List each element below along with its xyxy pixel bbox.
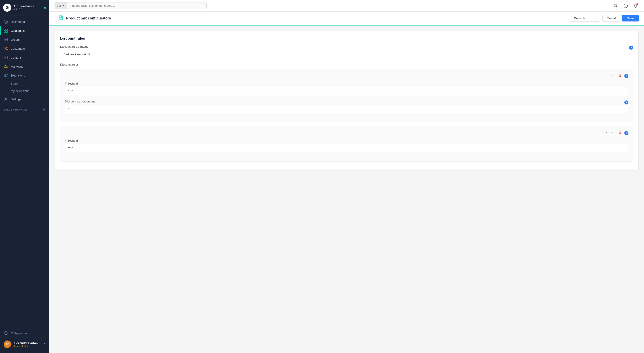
sidebar: G Administration 6.4.16.0 Dashboard Cata…: [0, 0, 49, 353]
svg-rect-19: [4, 76, 6, 77]
rule-2-expand-up-btn[interactable]: [604, 131, 609, 135]
save-button[interactable]: Save: [622, 15, 639, 22]
sidebar-item-settings[interactable]: Settings: [0, 95, 49, 104]
sidebar-item-customers[interactable]: Customers: [0, 44, 49, 53]
search-filter-button[interactable]: All ▼: [55, 3, 67, 9]
collapse-menu-item[interactable]: Collapse menu: [0, 329, 49, 337]
customers-icon: [4, 46, 8, 51]
rule-1-threshold-input[interactable]: [65, 87, 628, 95]
svg-point-11: [5, 47, 6, 49]
svg-point-24: [614, 4, 617, 7]
content-area: Discount rules Discount rule strategy ? …: [49, 26, 644, 353]
discount-rules-card: Discount rules Discount rule strategy ? …: [54, 31, 639, 171]
rule-1-discount-field: Discount as percentage ?: [65, 100, 628, 113]
sidebar-nav: Dashboard Catalogues Orders Customers: [0, 16, 49, 326]
svg-point-12: [6, 47, 8, 48]
rule-1-threshold-field: Threshold: [65, 82, 628, 95]
rule-card-2: ? Threshold: [60, 126, 633, 162]
rule-card-2-header: ?: [65, 131, 628, 135]
svg-rect-18: [6, 74, 8, 75]
sidebar-item-marketing[interactable]: Marketing: [0, 62, 49, 71]
extensions-icon: [4, 73, 8, 78]
lang-chevron-icon: ▼: [595, 17, 597, 20]
rule-card-1: ? Threshold Discount as percentage ?: [60, 69, 633, 122]
user-name: Alexander Barton: [14, 341, 38, 345]
search-bar: All ▼: [54, 2, 206, 9]
strategy-label: Discount rule strategy: [60, 45, 88, 48]
rule-1-help-icon[interactable]: ?: [624, 74, 628, 78]
language-selector[interactable]: Deutsch ▼: [571, 15, 600, 22]
discount-rules-title: Discount rules: [60, 37, 633, 41]
svg-rect-4: [6, 29, 8, 31]
rule-1-delete-btn[interactable]: [618, 74, 622, 78]
sidebar-footer: Collapse menu AB Alexander Barton Admini…: [0, 326, 49, 353]
svg-rect-17: [4, 74, 6, 75]
rule-2-help-icon[interactable]: ?: [624, 131, 628, 135]
add-sales-channel-btn[interactable]: +: [43, 107, 46, 112]
filter-chevron-icon: ▼: [62, 5, 64, 7]
sidebar-item-orders[interactable]: Orders: [0, 35, 49, 44]
rule-1-discount-input[interactable]: [65, 105, 628, 113]
user-avatar: AB: [4, 340, 11, 348]
page-header: ‹ Product mix configurators Deutsch ▼ Ca…: [49, 12, 644, 26]
cancel-button[interactable]: Cancel: [602, 15, 620, 22]
sidebar-item-content[interactable]: Content: [0, 53, 49, 62]
back-button[interactable]: ‹: [54, 16, 56, 21]
user-chevron-icon: ⌃: [44, 343, 46, 346]
sidebar-item-orders-label: Orders: [11, 38, 20, 41]
svg-point-1: [5, 21, 6, 22]
content-icon: [4, 55, 8, 60]
app-name: Administration: [14, 5, 36, 8]
sidebar-item-settings-label: Settings: [11, 98, 21, 101]
sales-channels-section: Sales Channels +: [0, 104, 49, 113]
svg-rect-3: [4, 29, 6, 31]
rule-1-threshold-label: Threshold: [65, 82, 628, 85]
rule-1-discount-help-icon[interactable]: ?: [624, 100, 628, 105]
rules-section-label: Discount rules: [60, 63, 633, 66]
dashboard-icon: [4, 20, 8, 24]
sidebar-item-extensions[interactable]: Extensions: [0, 71, 49, 80]
sidebar-item-marketing-label: Marketing: [11, 65, 24, 68]
catalogues-icon: [4, 29, 8, 33]
svg-rect-5: [4, 31, 6, 33]
sidebar-item-extensions-label: Extensions: [11, 74, 25, 77]
sidebar-header: G Administration 6.4.16.0: [0, 0, 49, 16]
sidebar-item-my-extensions[interactable]: My extensions: [0, 87, 49, 95]
svg-point-22: [5, 98, 6, 100]
help-icon[interactable]: ?: [622, 3, 629, 9]
notifications-icon[interactable]: [632, 3, 639, 9]
user-menu-item[interactable]: AB Alexander Barton Administrator ⌃: [0, 337, 49, 351]
status-dot: [44, 7, 46, 9]
strategy-help-icon[interactable]: ?: [629, 46, 633, 50]
rule-1-collapse-btn[interactable]: [611, 74, 616, 78]
strategy-select[interactable]: Cart line item weight Cart total Per ite…: [60, 50, 633, 58]
sidebar-item-dashboard-label: Dashboard: [11, 20, 25, 24]
svg-rect-6: [6, 31, 8, 33]
rule-2-threshold-input[interactable]: [65, 144, 628, 152]
sidebar-item-store[interactable]: Store: [0, 80, 49, 87]
sidebar-item-dashboard[interactable]: Dashboard: [0, 17, 49, 26]
topbar: All ▼ ?: [49, 0, 644, 12]
sidebar-item-customers-label: Customers: [11, 47, 25, 50]
sidebar-item-content-label: Content: [11, 56, 21, 59]
app-logo: G: [3, 4, 11, 12]
marketing-icon: [4, 64, 8, 69]
rule-2-delete-btn[interactable]: [618, 131, 622, 135]
sidebar-item-catalogues-label: Catalogues: [11, 29, 26, 33]
user-role: Administrator: [14, 345, 38, 347]
topbar-icons: ?: [613, 3, 639, 9]
svg-text:?: ?: [625, 5, 626, 8]
sidebar-item-catalogues[interactable]: Catalogues: [0, 26, 49, 35]
page-title: Product mix configurators: [66, 16, 568, 20]
page-icon: [58, 15, 64, 21]
rule-2-threshold-label: Threshold: [65, 139, 628, 142]
header-actions: Deutsch ▼ Cancel Save: [571, 15, 639, 22]
settings-icon: [4, 97, 8, 101]
collapse-icon: [4, 331, 8, 335]
search-icon[interactable]: [613, 3, 619, 9]
rule-2-expand-down-btn[interactable]: [611, 131, 616, 135]
rule-card-1-header: ?: [65, 74, 628, 78]
search-input[interactable]: [67, 3, 206, 9]
strategy-field: Discount rule strategy ? Cart line item …: [60, 45, 633, 58]
notification-badge: [636, 3, 638, 5]
